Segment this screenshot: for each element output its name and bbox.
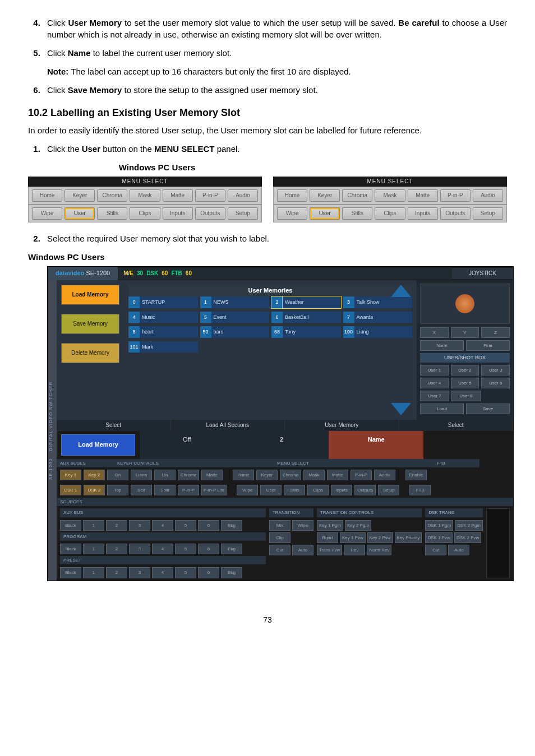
- menu-button[interactable]: Matte: [327, 470, 348, 480]
- dsk-button[interactable]: DSK 2 Pgm: [455, 520, 483, 531]
- menu-button-home[interactable]: Home: [277, 189, 307, 202]
- source-button[interactable]: 4: [152, 567, 173, 578]
- source-button[interactable]: 6: [198, 567, 219, 578]
- memory-slot[interactable]: 101Mark: [128, 341, 198, 353]
- menu-button[interactable]: Stills: [284, 485, 305, 495]
- source-button[interactable]: 2: [106, 520, 127, 531]
- menu-button[interactable]: Wipe: [237, 485, 258, 495]
- keyer-button[interactable]: Luma: [131, 470, 152, 480]
- menu-button-wipe[interactable]: Wipe: [32, 207, 62, 220]
- memory-slot[interactable]: 68Tony: [271, 326, 341, 338]
- load-button[interactable]: Load: [420, 403, 464, 414]
- menu-button-inputs[interactable]: Inputs: [408, 207, 438, 220]
- keyer-button[interactable]: On: [107, 470, 128, 480]
- keyer-button[interactable]: DSK 1: [60, 485, 81, 495]
- menu-button-home[interactable]: Home: [32, 189, 62, 202]
- menu-button-clips[interactable]: Clips: [375, 207, 405, 220]
- fine-button[interactable]: Fine: [466, 340, 510, 351]
- menu-button-mask[interactable]: Mask: [130, 189, 160, 202]
- memory-slot[interactable]: 100Liang: [343, 326, 413, 338]
- memory-slot[interactable]: 8heart: [128, 326, 198, 338]
- source-button[interactable]: 1: [83, 544, 104, 554]
- menu-button-p-in-p[interactable]: P-in-P: [195, 189, 225, 202]
- trans-control-button[interactable]: Trans Pvw: [317, 545, 343, 555]
- menu-button-keyer[interactable]: Keyer: [64, 189, 95, 202]
- transition-button[interactable]: Auto: [292, 545, 313, 555]
- source-button[interactable]: 6: [198, 544, 219, 554]
- menu-button-setup[interactable]: Setup: [228, 207, 258, 220]
- menu-button-p-in-p[interactable]: P-in-P: [440, 189, 471, 202]
- transition-button[interactable]: Cut: [269, 545, 290, 555]
- menu-button-outputs[interactable]: Outputs: [440, 207, 471, 220]
- menu-button-inputs[interactable]: Inputs: [163, 207, 193, 220]
- user-slot-button[interactable]: User 3: [481, 365, 510, 375]
- delete-memory-button[interactable]: Delete Memory: [61, 343, 119, 363]
- keyer-button[interactable]: DSK 2: [84, 485, 105, 495]
- user-slot-button[interactable]: User 5: [451, 378, 479, 388]
- dsk-button[interactable]: DSK 1 Pvw: [425, 532, 452, 543]
- keyer-button[interactable]: Key 2: [84, 470, 105, 480]
- memory-slot[interactable]: 3Talk Show: [343, 296, 413, 308]
- menu-button-outputs[interactable]: Outputs: [195, 207, 225, 220]
- joystick-widget[interactable]: [420, 284, 510, 324]
- name-button[interactable]: Name: [329, 431, 423, 458]
- source-button[interactable]: 2: [106, 544, 127, 554]
- axis-button[interactable]: Y: [451, 327, 479, 338]
- up-arrow-icon[interactable]: [391, 285, 411, 297]
- load-memory-big-button[interactable]: Load Memory: [61, 434, 135, 455]
- user-slot-button[interactable]: User 2: [451, 365, 479, 375]
- menu-button-stills[interactable]: Stills: [97, 207, 127, 220]
- user-slot-button[interactable]: User 6: [481, 378, 510, 388]
- axis-button[interactable]: X: [420, 327, 449, 338]
- dsk-button[interactable]: DSK 2 Pvw: [454, 532, 481, 543]
- ftb-button[interactable]: FTB: [409, 485, 431, 495]
- keyer-button[interactable]: Self: [131, 485, 152, 495]
- menu-button[interactable]: P-in-P: [350, 470, 372, 480]
- menu-button-keyer[interactable]: Keyer: [310, 189, 340, 202]
- source-button[interactable]: Bkg: [221, 544, 242, 554]
- keyer-button[interactable]: P-in-P Lite: [201, 485, 227, 495]
- menu-button-matte[interactable]: Matte: [408, 189, 438, 202]
- keyer-button[interactable]: Matte: [201, 470, 223, 480]
- menu-button[interactable]: Clips: [307, 485, 329, 495]
- menu-button[interactable]: Outputs: [354, 485, 376, 495]
- user-slot-button[interactable]: User 1: [420, 365, 449, 375]
- memory-slot[interactable]: 5Event: [200, 312, 270, 323]
- menu-button[interactable]: Setup: [378, 485, 399, 495]
- menu-button-audio[interactable]: Audio: [228, 189, 258, 202]
- source-button[interactable]: 3: [129, 544, 150, 554]
- trans-control-button[interactable]: Norm Rev: [367, 545, 391, 555]
- menu-button[interactable]: Keyer: [256, 470, 278, 480]
- source-button[interactable]: 2: [106, 567, 127, 578]
- axis-button[interactable]: Z: [481, 327, 510, 338]
- source-button[interactable]: Black: [60, 567, 81, 578]
- norm-button[interactable]: Norm: [420, 340, 464, 351]
- menu-button-setup[interactable]: Setup: [473, 207, 503, 220]
- transition-button[interactable]: Wipe: [292, 520, 313, 531]
- keyer-button[interactable]: Top: [107, 485, 128, 495]
- menu-button-chroma[interactable]: Chroma: [342, 189, 372, 202]
- keyer-button[interactable]: Key 1: [60, 470, 81, 480]
- keyer-button[interactable]: P-in-P: [178, 485, 199, 495]
- memory-slot[interactable]: 2Weather: [271, 296, 341, 308]
- menu-button[interactable]: Inputs: [331, 485, 352, 495]
- down-arrow-icon[interactable]: [391, 403, 411, 415]
- source-button[interactable]: Black: [60, 544, 81, 554]
- trans-control-button[interactable]: Key 1 Pgm: [317, 520, 343, 531]
- ftb-button[interactable]: Enable: [405, 470, 427, 480]
- source-button[interactable]: 3: [129, 520, 150, 531]
- trans-control-button[interactable]: Rev: [344, 545, 365, 555]
- source-button[interactable]: 5: [175, 567, 196, 578]
- memory-slot[interactable]: 50bars: [200, 326, 270, 338]
- trans-control-button[interactable]: Key 2 Pvw: [367, 532, 393, 543]
- t-bar[interactable]: [486, 508, 510, 578]
- trans-control-button[interactable]: Key 1 Pvw: [340, 532, 366, 543]
- source-button[interactable]: 4: [152, 520, 173, 531]
- transition-button[interactable]: Clip: [269, 532, 290, 543]
- menu-button-matte[interactable]: Matte: [163, 189, 193, 202]
- user-slot-button[interactable]: User 8: [451, 391, 481, 401]
- menu-button-user[interactable]: User: [310, 207, 340, 220]
- menu-button-user[interactable]: User: [64, 207, 95, 220]
- memory-slot[interactable]: 4Music: [128, 312, 198, 323]
- keyer-button[interactable]: Lin: [154, 470, 176, 480]
